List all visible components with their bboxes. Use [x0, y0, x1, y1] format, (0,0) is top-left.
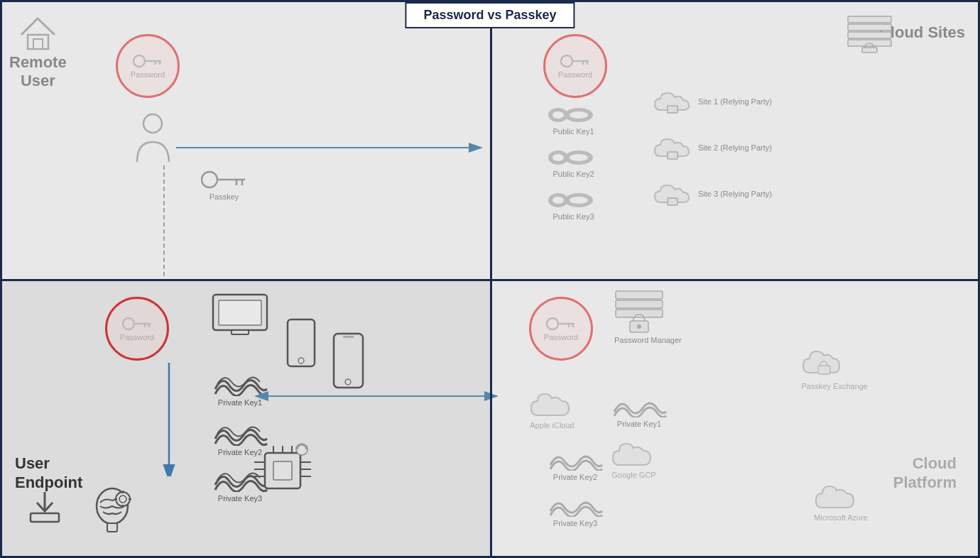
- private-key2-br-icon: [547, 449, 604, 471]
- dashed-arrow-down-bl: [158, 363, 180, 476]
- password-circle-tr: Password: [543, 34, 607, 98]
- key-icon-br: [546, 316, 576, 332]
- svg-point-24: [552, 111, 564, 119]
- cloud-site3-group: Site 3 (Relying Party): [653, 180, 772, 208]
- private-key3-br-group: Private Key3: [547, 496, 604, 527]
- site2-label: Site 2 (Relying Party): [698, 143, 772, 152]
- microsoft-azure-group: Microsoft Azure: [814, 478, 868, 523]
- svg-point-26: [570, 111, 588, 119]
- password-label-br: Password: [544, 333, 578, 341]
- public-key2-icon: [547, 148, 600, 168]
- arrow-right-tl: [176, 133, 496, 162]
- svg-point-29: [552, 154, 564, 161]
- private-key1-br-group: Private Key1: [611, 396, 668, 428]
- password-manager-group: Password Manager: [614, 290, 682, 345]
- password-manager-svg: [614, 290, 664, 336]
- password-circle-bl: Password: [105, 297, 169, 361]
- quadrant-top-left: RemoteUser Password: [2, 2, 490, 279]
- svg-point-7: [202, 172, 217, 187]
- passkey-icon-tl: Passkey: [201, 169, 247, 201]
- site3-label: Site 3 (Relying Party): [698, 190, 772, 198]
- svg-rect-55: [288, 319, 315, 366]
- person-svg-tl: [134, 112, 173, 165]
- circuit-icon: [251, 442, 315, 499]
- password-circle-tl: Password: [116, 34, 180, 98]
- passkey-exchange-group: Passkey Exchange: [801, 343, 868, 391]
- quadrant-bottom-left: UserEndpoint: [2, 279, 490, 556]
- title: Password vs Passkey: [405, 2, 575, 28]
- phone2-svg: [332, 332, 364, 389]
- passkey-exchange-label: Passkey Exchange: [801, 382, 868, 391]
- dashed-line-tl: [153, 165, 175, 286]
- microsoft-azure-svg: [814, 478, 860, 513]
- svg-rect-54: [232, 330, 249, 334]
- monitor-svg: [212, 293, 268, 336]
- svg-rect-83: [818, 366, 830, 374]
- cloud-site3-icon: [653, 180, 692, 208]
- cloud-site2-group: Site 2 (Relying Party): [653, 133, 772, 162]
- svg-rect-61: [273, 461, 292, 480]
- svg-point-2: [134, 55, 145, 67]
- private-key1-br-icon: [611, 396, 668, 417]
- google-gcp-label: Google GCP: [611, 471, 657, 480]
- public-key3-group: Public Key3: [547, 190, 600, 221]
- apple-icloud-svg: [529, 385, 575, 421]
- site1-label: Site 1 (Relying Party): [698, 97, 772, 106]
- public-key1-icon: [547, 105, 600, 125]
- svg-rect-39: [31, 513, 59, 522]
- key-icon-tr: [560, 53, 590, 69]
- svg-point-36: [570, 197, 588, 204]
- svg-rect-78: [616, 291, 663, 299]
- phone2-icon-bl: [332, 332, 364, 389]
- svg-rect-41: [107, 523, 117, 532]
- svg-rect-27: [668, 106, 677, 113]
- svg-rect-37: [668, 198, 677, 205]
- phone-icon-bl: [286, 318, 316, 368]
- svg-rect-80: [616, 310, 663, 317]
- cloud-site1-icon: [653, 87, 692, 116]
- svg-rect-1: [33, 39, 43, 49]
- cloud-platform-label: CloudPlatform: [893, 454, 957, 492]
- private-key2-br-label: Private Key2: [547, 473, 604, 481]
- bidirectional-arrow: [249, 382, 504, 410]
- private-key2-br-group: Private Key2: [547, 449, 604, 481]
- user-endpoint-label: UserEndpoint: [15, 454, 82, 492]
- svg-point-6: [143, 114, 162, 133]
- server-icon-tr: [846, 15, 893, 54]
- svg-point-43: [119, 496, 126, 503]
- svg-point-74: [547, 318, 558, 329]
- svg-point-48: [123, 318, 134, 329]
- phone-tall-svg: [286, 318, 316, 368]
- password-label-tl: Password: [131, 70, 165, 79]
- public-key2-label: Public Key2: [547, 170, 600, 178]
- google-gcp-group: Google GCP: [611, 435, 657, 480]
- home-icon: [18, 15, 58, 50]
- key-icon-tl: [133, 53, 163, 69]
- quadrant-top-right: Cloud Sites Passwor: [490, 2, 978, 279]
- private-key3-br-icon: [547, 496, 604, 517]
- download-svg: [27, 488, 62, 524]
- cloud-site2-icon: [653, 133, 692, 162]
- passkey-label-tl: Passkey: [201, 192, 247, 201]
- svg-rect-32: [668, 152, 677, 159]
- public-key1-group: Public Key1: [547, 105, 600, 136]
- key-icon-bl: [122, 316, 152, 332]
- svg-point-34: [552, 197, 564, 204]
- download-icon: [27, 488, 62, 524]
- quadrant-bottom-right: CloudPlatform Password: [490, 279, 978, 556]
- svg-rect-59: [343, 336, 354, 338]
- monitor-icon: [212, 293, 268, 336]
- svg-rect-18: [862, 48, 877, 53]
- apple-icloud-label: Apple iCloud: [529, 421, 575, 430]
- public-key3-label: Public Key3: [547, 212, 600, 221]
- public-key3-icon: [547, 190, 600, 210]
- passkey-key-svg: [201, 169, 247, 190]
- public-key1-label: Public Key1: [547, 127, 600, 136]
- svg-rect-14: [848, 16, 891, 23]
- server-svg-tr: [846, 15, 893, 54]
- svg-point-19: [561, 55, 572, 67]
- private-key1-br-label: Private Key1: [611, 420, 668, 428]
- svg-point-82: [637, 324, 641, 329]
- brain-svg: [87, 485, 137, 535]
- remote-user-label: RemoteUser: [9, 53, 67, 91]
